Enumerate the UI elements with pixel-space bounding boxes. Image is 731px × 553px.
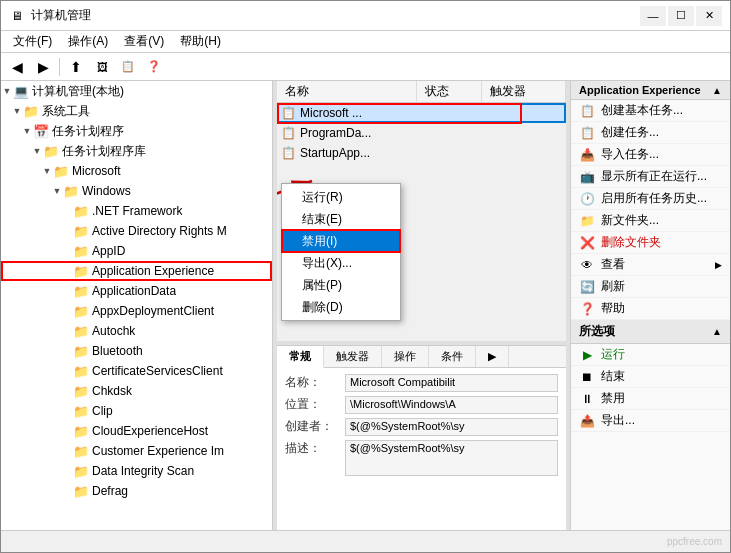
ctx-item-1[interactable]: 结束(E) — [282, 208, 400, 230]
tree-item-microsoft[interactable]: ▼ 📁 Microsoft — [1, 161, 272, 181]
tree-arrow-customer[interactable] — [61, 445, 73, 457]
detail-tab-1[interactable]: 触发器 — [324, 346, 382, 367]
tree-item-bluetooth[interactable]: 📁 Bluetooth — [1, 341, 272, 361]
action-item-1-0[interactable]: ▶ 运行 — [571, 344, 730, 366]
tree-arrow-task-lib[interactable]: ▼ — [31, 145, 43, 157]
close-button[interactable]: ✕ — [696, 6, 722, 26]
tree-item-appid[interactable]: 📁 AppID — [1, 241, 272, 261]
col-header-trigger[interactable]: 触发器 — [482, 81, 566, 102]
action-section-title-1[interactable]: 所选项 ▲ — [571, 320, 730, 344]
tree-item-system[interactable]: ▼ 📁 系统工具 — [1, 101, 272, 121]
action-item-0-7[interactable]: 👁 查看 ▶ — [571, 254, 730, 276]
forward-button[interactable]: ▶ — [31, 56, 55, 78]
action-item-1-3[interactable]: 📤 导出... — [571, 410, 730, 432]
tree-item-autochk[interactable]: 📁 Autochk — [1, 321, 272, 341]
tree-item-defrag[interactable]: 📁 Defrag — [1, 481, 272, 501]
menu-help[interactable]: 帮助(H) — [172, 31, 229, 52]
tree-arrow-microsoft[interactable]: ▼ — [41, 165, 53, 177]
tree-arrow-cloud[interactable] — [61, 425, 73, 437]
action-item-0-6[interactable]: ❌ 删除文件夹 — [571, 232, 730, 254]
tree-item-data-integrity[interactable]: 📁 Data Integrity Scan — [1, 461, 272, 481]
action-item-0-0[interactable]: 📋 创建基本任务... — [571, 100, 730, 122]
detail-value-1[interactable]: \Microsoft\Windows\A — [345, 396, 558, 414]
action-item-0-4[interactable]: 🕐 启用所有任务历史... — [571, 188, 730, 210]
action-item-0-8[interactable]: 🔄 刷新 — [571, 276, 730, 298]
action-item-0-2[interactable]: 📥 导入任务... — [571, 144, 730, 166]
tree-item-net-framework[interactable]: 📁 .NET Framework — [1, 201, 272, 221]
action-item-0-9[interactable]: ❓ 帮助 — [571, 298, 730, 320]
menu-file[interactable]: 文件(F) — [5, 31, 60, 52]
up-button[interactable]: ⬆ — [64, 56, 88, 78]
tree-arrow-active-directory[interactable] — [61, 225, 73, 237]
tree-item-cert[interactable]: 📁 CertificateServicesClient — [1, 361, 272, 381]
tree-arrow-autochk[interactable] — [61, 325, 73, 337]
tree-label-cloud: CloudExperienceHost — [92, 424, 208, 438]
col-header-name[interactable]: 名称 — [277, 81, 417, 102]
action-section-title-0[interactable]: Application Experience ▲ — [571, 81, 730, 100]
detail-tab-0[interactable]: 常规 — [277, 346, 324, 368]
tree-arrow-data-integrity[interactable] — [61, 465, 73, 477]
ctx-item-5[interactable]: 删除(D) — [282, 296, 400, 318]
detail-tab-3[interactable]: 条件 — [429, 346, 476, 367]
menu-action[interactable]: 操作(A) — [60, 31, 116, 52]
tree-arrow-net-framework[interactable] — [61, 205, 73, 217]
tree-arrow-appid[interactable] — [61, 245, 73, 257]
detail-row-3: 描述： $(@%SystemRoot%\sy — [285, 440, 558, 476]
back-button[interactable]: ◀ — [5, 56, 29, 78]
tree-arrow-task-scheduler[interactable]: ▼ — [21, 125, 33, 137]
action-item-0-5[interactable]: 📁 新文件夹... — [571, 210, 730, 232]
tree-icon-windows: 📁 — [63, 183, 79, 199]
tree-arrow-appx[interactable] — [61, 305, 73, 317]
table-row[interactable]: 📋 StartupApp... — [277, 143, 566, 163]
tree-item-root[interactable]: ▼ 💻 计算机管理(本地) — [1, 81, 272, 101]
ctx-item-3[interactable]: 导出(X)... — [282, 252, 400, 274]
action-item-0-1[interactable]: 📋 创建任务... — [571, 122, 730, 144]
tree-item-active-directory[interactable]: 📁 Active Directory Rights M — [1, 221, 272, 241]
tree-item-customer[interactable]: 📁 Customer Experience Im — [1, 441, 272, 461]
action-item-1-1[interactable]: ⏹ 结束 — [571, 366, 730, 388]
col-header-status[interactable]: 状态 — [417, 81, 482, 102]
tree-arrow-app-exp[interactable] — [61, 265, 73, 277]
detail-tab-4[interactable]: ▶ — [476, 346, 509, 367]
tree-arrow-windows[interactable]: ▼ — [51, 185, 63, 197]
detail-tab-2[interactable]: 操作 — [382, 346, 429, 367]
tree-item-cloud[interactable]: 📁 CloudExperienceHost — [1, 421, 272, 441]
help-toolbar-button[interactable]: ❓ — [142, 56, 166, 78]
detail-value-2[interactable]: $(@%SystemRoot%\sy — [345, 418, 558, 436]
view-button[interactable]: 🖼 — [90, 56, 114, 78]
tree-arrow-cert[interactable] — [61, 365, 73, 377]
table-row[interactable]: 📋 ProgramDa... — [277, 123, 566, 143]
action-label-0-4: 启用所有任务历史... — [601, 190, 707, 207]
ctx-item-4[interactable]: 属性(P) — [282, 274, 400, 296]
action-item-0-3[interactable]: 📺 显示所有正在运行... — [571, 166, 730, 188]
tree-arrow-app-data[interactable] — [61, 285, 73, 297]
menu-view[interactable]: 查看(V) — [116, 31, 172, 52]
ctx-item-0[interactable]: 运行(R) — [282, 186, 400, 208]
action-item-1-2[interactable]: ⏸ 禁用 — [571, 388, 730, 410]
maximize-button[interactable]: ☐ — [668, 6, 694, 26]
tree-arrow-chkdsk[interactable] — [61, 385, 73, 397]
section-collapse-arrow[interactable]: ▲ — [712, 326, 722, 337]
tree-item-task-scheduler[interactable]: ▼ 📅 任务计划程序 — [1, 121, 272, 141]
ctx-item-2[interactable]: 禁用(I) — [282, 230, 400, 252]
properties-button[interactable]: 📋 — [116, 56, 140, 78]
tree-pane[interactable]: ▼ 💻 计算机管理(本地) ▼ 📁 系统工具 ▼ 📅 任务计划程序 ▼ 📁 任务… — [1, 81, 273, 530]
detail-value-3[interactable]: $(@%SystemRoot%\sy — [345, 440, 558, 476]
minimize-button[interactable]: — — [640, 6, 666, 26]
tree-item-windows[interactable]: ▼ 📁 Windows — [1, 181, 272, 201]
tree-arrow-bluetooth[interactable] — [61, 345, 73, 357]
tree-item-appx[interactable]: 📁 AppxDeploymentClient — [1, 301, 272, 321]
tree-arrow-system[interactable]: ▼ — [11, 105, 23, 117]
detail-label-0: 名称： — [285, 374, 345, 391]
tree-item-app-data[interactable]: 📁 ApplicationData — [1, 281, 272, 301]
table-row[interactable]: 📋 Microsoft ... — [277, 103, 566, 123]
tree-arrow-defrag[interactable] — [61, 485, 73, 497]
tree-item-clip[interactable]: 📁 Clip — [1, 401, 272, 421]
tree-item-chkdsk[interactable]: 📁 Chkdsk — [1, 381, 272, 401]
tree-item-app-exp[interactable]: 📁 Application Experience — [1, 261, 272, 281]
tree-arrow-root[interactable]: ▼ — [1, 85, 13, 97]
section-collapse-arrow[interactable]: ▲ — [712, 85, 722, 96]
detail-value-0[interactable]: Microsoft Compatibilit — [345, 374, 558, 392]
tree-arrow-clip[interactable] — [61, 405, 73, 417]
tree-item-task-lib[interactable]: ▼ 📁 任务计划程序库 — [1, 141, 272, 161]
